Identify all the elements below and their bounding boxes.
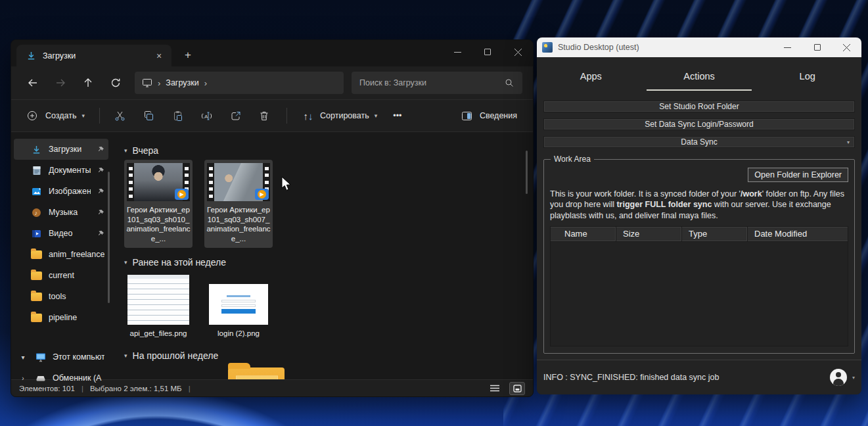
large-icons-view-icon[interactable] — [509, 382, 525, 395]
column-header-size[interactable]: Size — [616, 227, 682, 241]
folder-icon — [31, 314, 42, 322]
back-icon[interactable] — [22, 72, 44, 94]
sidebar-scrollbar[interactable] — [108, 172, 110, 303]
explorer-close-button[interactable] — [503, 40, 533, 64]
delete-button[interactable] — [252, 104, 279, 128]
sidebar-item-current[interactable]: current — [14, 265, 108, 286]
folder-icon — [31, 250, 42, 259]
details-pane-button[interactable]: Сведения — [455, 104, 524, 128]
pin-icon — [97, 230, 104, 237]
studio-app-icon — [542, 42, 553, 53]
rename-button[interactable]: A — [194, 104, 221, 128]
sidebar-item-music[interactable]: ♪ Музыка — [14, 202, 108, 223]
tab-title: Загрузки — [43, 51, 146, 60]
pin-icon — [97, 188, 104, 195]
sidebar-item-tools[interactable]: tools — [14, 286, 108, 307]
studio-maximize-button[interactable] — [802, 37, 832, 57]
drive-icon — [35, 373, 46, 384]
up-icon[interactable] — [77, 72, 99, 94]
file-name: Герои Арктики_ep101_sq03_sh010_animation… — [126, 205, 191, 244]
tab-apps[interactable]: Apps — [537, 64, 645, 91]
download-icon — [31, 144, 42, 155]
pictures-icon — [31, 186, 42, 197]
chevron-down-icon: ▾ — [847, 139, 850, 145]
set-studio-root-folder-button[interactable]: Set Studio Root Folder — [543, 101, 855, 112]
file-item-video-sh007[interactable]: ▶ Герои Арктики_ep101_sq03_sh007_animati… — [204, 160, 273, 248]
explorer-tab-downloads[interactable]: Загрузки × — [16, 45, 171, 66]
paste-button[interactable] — [166, 104, 192, 128]
chevron-down-icon: ▾ — [124, 147, 127, 154]
sidebar-item-pipeline[interactable]: pipeline — [14, 307, 108, 328]
studio-desktop-window: Studio Desktop (utest) Apps Actions Log … — [537, 37, 861, 394]
sidebar-item-this-pc[interactable]: ▾ Этот компьюте — [14, 346, 108, 367]
this-pc-icon — [141, 78, 152, 89]
user-avatar-icon[interactable] — [830, 369, 847, 386]
breadcrumb-separator: › — [158, 78, 160, 88]
file-list-area: ▾ Вчера ▶ Герои Арктики_ep101_sq03_sh010… — [111, 132, 533, 379]
toolbar-divider — [99, 108, 100, 124]
breadcrumb-separator: › — [204, 78, 207, 88]
share-button[interactable] — [223, 104, 250, 128]
chevron-down-icon[interactable]: ▾ — [852, 375, 855, 381]
content-scrollbar[interactable] — [526, 151, 528, 194]
search-input[interactable]: Поиск в: Загрузки — [352, 72, 522, 94]
sort-button[interactable]: ↑↓ Сортировать ▾ — [295, 104, 384, 128]
file-item-video-sh010[interactable]: ▶ Герои Арктики_ep101_sq03_sh010_animati… — [124, 160, 193, 248]
sidebar-item-documents[interactable]: Документы — [14, 160, 108, 181]
videos-icon — [31, 228, 42, 239]
column-header-date-modified[interactable]: Date Modified — [748, 227, 848, 241]
chevron-down-icon[interactable]: ▾ — [18, 354, 28, 361]
explorer-tab-bar: Загрузки × + — [11, 40, 533, 66]
create-button[interactable]: Создать ▾ — [20, 104, 91, 128]
breadcrumb-item-downloads[interactable]: Загрузки — [166, 78, 198, 87]
sidebar-item-anim-freelance[interactable]: anim_freelance — [14, 244, 108, 265]
tab-log[interactable]: Log — [753, 64, 861, 91]
music-icon: ♪ — [31, 207, 42, 218]
studio-minimize-button[interactable] — [773, 37, 802, 57]
set-data-sync-login-button[interactable]: Set Data Sync Login/Password — [543, 118, 855, 130]
column-header-name[interactable]: Name — [551, 227, 616, 241]
pin-icon — [97, 209, 104, 216]
more-options-button[interactable]: ••• — [386, 104, 408, 128]
refresh-icon[interactable] — [104, 72, 127, 94]
breadcrumb[interactable]: › Загрузки › — [135, 72, 344, 94]
work-area-file-table[interactable]: Name Size Type Date Modified — [550, 226, 848, 346]
file-item-login-png[interactable]: login (2).png — [204, 272, 273, 343]
image-thumbnail — [127, 275, 189, 325]
folder-icon — [31, 272, 42, 280]
details-view-icon[interactable] — [487, 382, 503, 395]
group-header-yesterday[interactable]: ▾ Вчера — [124, 145, 520, 156]
studio-status-bar: INFO : SYNC_FINISHED: finished data sync… — [537, 360, 861, 394]
svg-text:A: A — [204, 113, 208, 119]
explorer-command-bar: Создать ▾ A ↑↓ Сортировать ▾ ••• Свед — [11, 99, 533, 132]
group-header-last-week[interactable]: ▾ На прошлой неделе — [124, 350, 520, 361]
search-icon — [503, 78, 514, 89]
explorer-maximize-button[interactable] — [472, 40, 503, 64]
studio-close-button[interactable] — [832, 37, 861, 57]
svg-text:♪: ♪ — [35, 209, 38, 216]
file-item-api-get-files[interactable]: api_get_files.png — [124, 272, 193, 343]
file-item-partial-screenshot[interactable] — [124, 367, 193, 379]
chevron-right-icon[interactable]: › — [18, 375, 28, 382]
sort-icon: ↑↓ — [302, 110, 315, 122]
copy-button[interactable] — [137, 104, 163, 128]
explorer-minimize-button[interactable] — [442, 40, 472, 64]
explorer-nav-bar: › Загрузки › Поиск в: Загрузки — [11, 66, 533, 99]
chevron-down-icon: ▾ — [124, 352, 127, 359]
sidebar-item-downloads[interactable]: Загрузки — [14, 139, 108, 160]
cut-button[interactable] — [108, 104, 134, 128]
file-item-partial-folder[interactable] — [228, 367, 285, 379]
sidebar-item-pictures[interactable]: Изображен — [14, 181, 108, 202]
details-label: Сведения — [480, 111, 517, 120]
folder-icon — [31, 293, 42, 301]
tab-close-icon[interactable]: × — [152, 49, 166, 63]
new-tab-button[interactable]: + — [178, 46, 198, 64]
sidebar-item-exchange-drive[interactable]: › Обменник (A — [14, 367, 108, 389]
column-header-type[interactable]: Type — [682, 227, 748, 241]
data-sync-dropdown[interactable]: Data Sync ▾ — [543, 136, 855, 148]
sidebar-item-videos[interactable]: Видео — [14, 223, 108, 244]
open-folder-in-explorer-button[interactable]: Open Folder in Explorer — [748, 168, 848, 182]
forward-icon[interactable] — [49, 72, 72, 94]
tab-actions[interactable]: Actions — [645, 64, 754, 91]
group-header-earlier-this-week[interactable]: ▾ Ранее на этой неделе — [124, 257, 520, 268]
